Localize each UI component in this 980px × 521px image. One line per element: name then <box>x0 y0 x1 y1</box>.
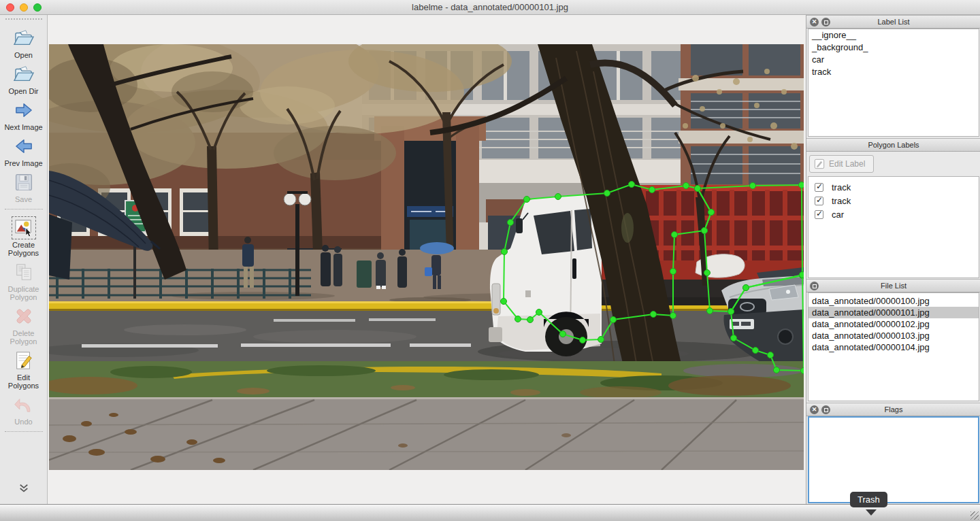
close-icon[interactable]: ✕ <box>810 18 819 27</box>
toolbar-button-save[interactable]: Save <box>1 169 47 205</box>
polygon-vertex[interactable] <box>753 348 759 354</box>
toolbar-button-chevron-double-down[interactable] <box>1 475 47 500</box>
polygon-vertex[interactable] <box>651 312 657 318</box>
polygon-vertex[interactable] <box>598 337 604 343</box>
polygon-vertex[interactable] <box>508 220 514 226</box>
polygon-vertex[interactable] <box>801 368 804 374</box>
polygon-vertex[interactable] <box>800 272 804 278</box>
flags-dock: ✕ Flags <box>806 403 980 503</box>
edit-label-button[interactable]: Edit Label <box>809 155 874 173</box>
polygon-vertex[interactable] <box>524 197 530 203</box>
polygon-vertex[interactable] <box>629 182 635 188</box>
polygon-vertex[interactable] <box>702 228 708 234</box>
checkbox-icon[interactable]: ✓ <box>815 197 823 205</box>
toolbar-button-open-dir[interactable]: Open Dir <box>1 61 47 97</box>
polygon-vertex[interactable] <box>536 309 542 316</box>
polygon-vertex[interactable] <box>555 194 561 200</box>
polygon-label-item[interactable]: ✓car <box>808 207 979 221</box>
toolbar-button-label: Save <box>15 195 32 203</box>
float-icon[interactable] <box>810 282 819 290</box>
polygon-vertex[interactable] <box>649 187 655 193</box>
polygon-label-text: car <box>832 209 844 220</box>
polygon-vertex[interactable] <box>708 209 715 216</box>
polygon-vertex[interactable] <box>502 249 508 255</box>
file-list-item[interactable]: data_annotated/00000100.jpg <box>808 295 979 307</box>
file-list-item[interactable]: data_annotated/00000103.jpg <box>808 330 979 341</box>
label-list-item[interactable]: __ignore__ <box>808 29 979 41</box>
polygon-label-list[interactable]: ✓track✓track✓car <box>808 176 979 278</box>
polygon-vertex[interactable] <box>704 270 710 276</box>
polygon-annotation-track[interactable] <box>504 184 711 340</box>
label-list-header[interactable]: ✕ Label List <box>806 15 980 29</box>
polygon-labels-title: Polygon Labels <box>806 141 980 149</box>
float-icon[interactable] <box>821 18 830 27</box>
toolbar: OpenOpen DirNext ImagePrev ImageSaveCrea… <box>0 15 48 504</box>
polygon-vertex[interactable] <box>743 285 749 291</box>
checkbox-icon[interactable]: ✓ <box>815 210 823 219</box>
toolbar-button-undo[interactable]: Undo <box>1 391 47 427</box>
polygon-label-item[interactable]: ✓track <box>808 180 979 194</box>
status-bar <box>0 504 980 521</box>
resize-grip[interactable] <box>970 511 979 520</box>
undo-icon <box>14 394 34 415</box>
polygon-vertex[interactable] <box>768 352 774 358</box>
polygon-vertex[interactable] <box>580 337 586 343</box>
labelme-window: labelme - data_annotated/00000101.jpg Op… <box>0 0 980 521</box>
close-icon[interactable]: ✕ <box>810 405 819 414</box>
toolbar-button-open[interactable]: Open <box>1 24 47 61</box>
open-folder-icon <box>13 28 35 48</box>
toolbar-button-duplicate-polygon[interactable]: Duplicate Polygon <box>1 258 47 303</box>
polygon-annotation-track[interactable] <box>698 185 802 312</box>
polygon-label-item[interactable]: ✓track <box>808 194 979 207</box>
polygon-vertex[interactable] <box>604 190 610 197</box>
polygon-vertex[interactable] <box>610 317 617 323</box>
polygon-vertex[interactable] <box>799 182 804 188</box>
label-list[interactable]: __ignore___background_cartrack <box>808 29 979 137</box>
canvas-area[interactable]: 21 <box>48 15 806 504</box>
polygon-vertex[interactable] <box>683 183 689 189</box>
polygon-vertex[interactable] <box>515 316 521 322</box>
toolbar-button-next-image[interactable]: Next Image <box>1 97 47 133</box>
save-icon <box>14 172 33 192</box>
file-list-title: File List <box>806 282 980 290</box>
toolbar-button-prev-image[interactable]: Prev Image <box>1 133 47 169</box>
polygon-vertex[interactable] <box>501 299 507 305</box>
chevron-double-down-icon <box>18 478 30 499</box>
polygon-labels-header[interactable]: Polygon Labels <box>806 138 980 152</box>
polygon-vertex[interactable] <box>670 269 676 275</box>
trash-tooltip: Trash <box>850 492 887 507</box>
float-icon[interactable] <box>821 405 830 414</box>
file-list-dock: File List data_annotated/00000100.jpgdat… <box>806 279 980 401</box>
toolbar-button-edit-polygons[interactable]: Edit Polygons <box>1 347 47 391</box>
label-list-title: Label List <box>806 18 980 26</box>
checkbox-icon[interactable]: ✓ <box>815 183 823 192</box>
delete-icon <box>14 306 34 326</box>
file-list-item[interactable]: data_annotated/00000102.jpg <box>808 318 979 330</box>
toolbar-button-create-polygons[interactable]: Create Polygons <box>1 214 47 258</box>
file-list-header[interactable]: File List <box>806 279 980 292</box>
file-list-item[interactable]: data_annotated/00000101.jpg <box>808 307 979 318</box>
flags-list[interactable] <box>808 416 979 503</box>
toolbar-button-label: Next Image <box>4 123 42 131</box>
polygon-vertex[interactable] <box>527 317 534 323</box>
arrow-left-icon <box>14 136 34 156</box>
annotation-overlay[interactable] <box>49 44 804 470</box>
polygon-vertex[interactable] <box>560 331 566 337</box>
polygon-vertex[interactable] <box>750 183 756 189</box>
polygon-vertex[interactable] <box>707 308 713 314</box>
file-list-item[interactable]: data_annotated/00000104.jpg <box>808 341 979 353</box>
file-list[interactable]: data_annotated/00000100.jpgdata_annotate… <box>808 292 979 401</box>
label-list-item[interactable]: _background_ <box>808 41 979 54</box>
polygon-vertex[interactable] <box>731 335 737 341</box>
polygon-vertex[interactable] <box>728 309 734 315</box>
polygon-vertex[interactable] <box>670 313 676 319</box>
toolbar-button-delete-polygon[interactable]: Delete Polygon <box>1 303 47 347</box>
toolbar-drag-handle[interactable] <box>5 18 42 23</box>
image-canvas[interactable]: 21 <box>49 44 804 470</box>
polygon-vertex[interactable] <box>774 367 780 373</box>
label-list-item[interactable]: track <box>808 66 979 78</box>
polygon-vertex[interactable] <box>672 232 678 238</box>
label-list-item[interactable]: car <box>808 54 979 66</box>
polygon-vertex[interactable] <box>695 186 701 192</box>
flags-header[interactable]: ✕ Flags <box>806 403 980 416</box>
